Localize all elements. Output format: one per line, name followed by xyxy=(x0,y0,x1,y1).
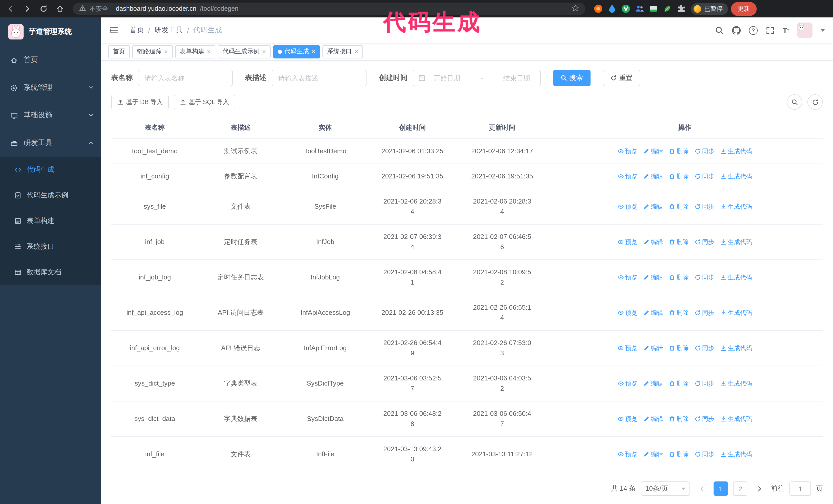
sidebar-toggle-icon[interactable] xyxy=(109,22,127,39)
sync-link[interactable]: 同步 xyxy=(694,201,714,212)
close-icon[interactable]: × xyxy=(355,48,358,55)
goto-page-input[interactable] xyxy=(789,481,811,496)
preview-link[interactable]: 预览 xyxy=(617,272,638,283)
delete-link[interactable]: 删除 xyxy=(669,171,689,182)
delete-link[interactable]: 删除 xyxy=(669,378,689,389)
preview-link[interactable]: 预览 xyxy=(617,237,638,247)
sync-link[interactable]: 同步 xyxy=(694,171,714,182)
refresh-table-button[interactable] xyxy=(807,94,823,110)
edit-link[interactable]: 编辑 xyxy=(643,308,663,318)
search-icon[interactable] xyxy=(715,26,724,34)
extensions-puzzle-icon[interactable] xyxy=(677,4,686,13)
generate-code-link[interactable]: 生成代码 xyxy=(720,414,752,424)
page-size-select[interactable]: 10条/页 xyxy=(641,481,690,496)
prev-page-button[interactable] xyxy=(695,481,709,496)
sync-link[interactable]: 同步 xyxy=(694,449,714,459)
next-page-button[interactable] xyxy=(753,481,766,496)
avatar[interactable] xyxy=(797,23,812,38)
generate-code-link[interactable]: 生成代码 xyxy=(720,201,752,212)
sidebar-item-db-doc[interactable]: 数据库文档 xyxy=(0,259,101,285)
delete-link[interactable]: 删除 xyxy=(669,237,689,247)
page-button-2[interactable]: 2 xyxy=(733,481,747,496)
font-size-icon[interactable]: TT xyxy=(783,26,789,34)
sidebar-item-codegen[interactable]: 代码生成 xyxy=(0,157,101,183)
sync-link[interactable]: 同步 xyxy=(694,414,714,424)
extension-people-icon[interactable] xyxy=(635,4,644,13)
preview-link[interactable]: 预览 xyxy=(617,146,638,157)
generate-code-link[interactable]: 生成代码 xyxy=(720,171,752,182)
import-sql-button[interactable]: 基于 SQL 导入 xyxy=(174,95,235,109)
fullscreen-icon[interactable] xyxy=(766,26,775,34)
tab-codegen-demo[interactable]: 代码生成示例× xyxy=(218,45,270,58)
paused-badge[interactable]: 已暂停 xyxy=(691,3,728,15)
delete-link[interactable]: 删除 xyxy=(669,146,689,157)
tab-api[interactable]: 系统接口× xyxy=(323,45,363,58)
sidebar-item-api[interactable]: 系统接口 xyxy=(0,234,101,259)
breadcrumb-home[interactable]: 首页 xyxy=(130,26,144,35)
reload-icon[interactable] xyxy=(37,2,50,16)
date-start-input[interactable] xyxy=(429,74,466,82)
search-button[interactable]: 搜索 xyxy=(553,70,591,86)
app-logo-row[interactable]: 芋道管理系统 xyxy=(0,18,101,46)
close-icon[interactable]: × xyxy=(262,48,266,55)
address-bar[interactable]: 不安全 dashboard.yudao.iocoder.cn/tool/code… xyxy=(73,3,586,15)
table-desc-input[interactable] xyxy=(272,70,366,86)
tab-home[interactable]: 首页 xyxy=(108,45,130,58)
close-icon[interactable]: × xyxy=(207,48,211,55)
sidebar-item-system[interactable]: 系统管理 xyxy=(0,74,101,101)
close-icon[interactable]: × xyxy=(312,48,315,55)
date-end-input[interactable] xyxy=(498,74,535,82)
back-icon[interactable] xyxy=(4,2,18,16)
table-name-input[interactable] xyxy=(138,70,233,86)
edit-link[interactable]: 编辑 xyxy=(643,343,663,353)
delete-link[interactable]: 删除 xyxy=(669,449,689,459)
browser-update-button[interactable]: 更新 xyxy=(731,2,757,16)
sync-link[interactable]: 同步 xyxy=(694,378,714,389)
extension-green-v-icon[interactable] xyxy=(621,4,630,13)
delete-link[interactable]: 删除 xyxy=(669,201,689,212)
page-button-1[interactable]: 1 xyxy=(714,481,728,496)
sync-link[interactable]: 同步 xyxy=(694,146,714,157)
sync-link[interactable]: 同步 xyxy=(694,272,714,283)
preview-link[interactable]: 预览 xyxy=(617,449,638,459)
sync-link[interactable]: 同步 xyxy=(694,343,714,353)
edit-link[interactable]: 编辑 xyxy=(643,414,663,424)
generate-code-link[interactable]: 生成代码 xyxy=(720,146,752,157)
preview-link[interactable]: 预览 xyxy=(617,171,638,182)
edit-link[interactable]: 编辑 xyxy=(643,171,663,182)
extension-leaf-icon[interactable] xyxy=(663,4,672,13)
edit-link[interactable]: 编辑 xyxy=(643,272,663,283)
date-range-picker[interactable]: - xyxy=(413,70,541,86)
sidebar-item-codegen-demo[interactable]: 代码生成示例 xyxy=(0,183,101,208)
generate-code-link[interactable]: 生成代码 xyxy=(720,378,752,389)
tab-trace[interactable]: 链路追踪× xyxy=(132,45,172,58)
github-icon[interactable] xyxy=(732,26,741,34)
generate-code-link[interactable]: 生成代码 xyxy=(720,449,752,459)
generate-code-link[interactable]: 生成代码 xyxy=(720,343,752,353)
preview-link[interactable]: 预览 xyxy=(617,201,638,212)
preview-link[interactable]: 预览 xyxy=(617,308,638,318)
edit-link[interactable]: 编辑 xyxy=(643,146,663,157)
sidebar-item-form-builder[interactable]: 表单构建 xyxy=(0,208,101,234)
bookmark-star-icon[interactable] xyxy=(572,4,579,13)
preview-link[interactable]: 预览 xyxy=(617,378,638,389)
preview-link[interactable]: 预览 xyxy=(617,343,638,353)
edit-link[interactable]: 编辑 xyxy=(643,237,663,247)
sync-link[interactable]: 同步 xyxy=(694,308,714,318)
import-db-button[interactable]: 基于 DB 导入 xyxy=(111,95,169,109)
forward-icon[interactable] xyxy=(21,2,34,16)
sidebar-item-infra[interactable]: 基础设施 xyxy=(0,101,101,129)
preview-link[interactable]: 预览 xyxy=(617,414,638,424)
toggle-search-button[interactable] xyxy=(787,94,802,110)
tab-codegen[interactable]: 代码生成× xyxy=(273,45,320,58)
sync-link[interactable]: 同步 xyxy=(694,237,714,247)
extension-card-icon[interactable] xyxy=(649,4,658,13)
home-button-icon[interactable] xyxy=(53,2,67,16)
delete-link[interactable]: 删除 xyxy=(669,414,689,424)
sidebar-item-devtools[interactable]: 研发工具 xyxy=(0,129,101,157)
avatar-caret-icon[interactable] xyxy=(821,29,825,31)
extension-orange-icon[interactable] xyxy=(594,4,603,13)
delete-link[interactable]: 删除 xyxy=(669,343,689,353)
edit-link[interactable]: 编辑 xyxy=(643,201,663,212)
help-icon[interactable]: ? xyxy=(749,26,758,34)
